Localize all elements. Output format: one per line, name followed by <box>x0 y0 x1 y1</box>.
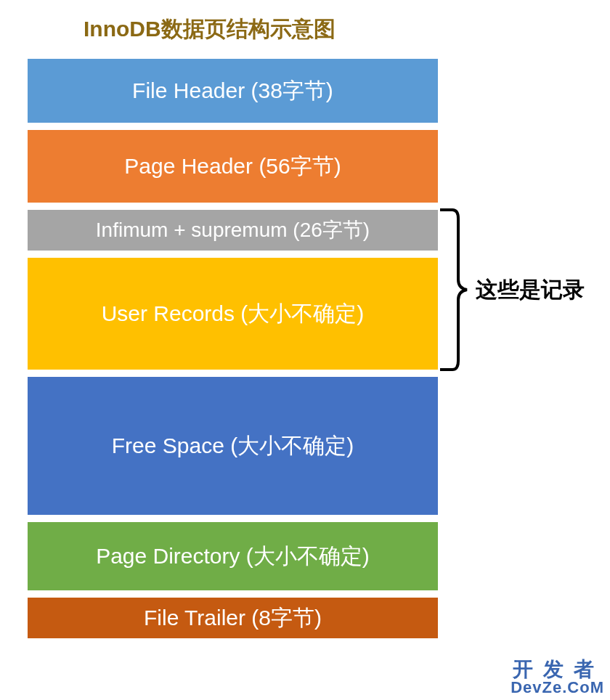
diagram-title: InnoDB数据页结构示意图 <box>0 0 610 59</box>
watermark-line1: 开发者 <box>511 659 604 680</box>
brace-icon <box>439 208 476 371</box>
block-free-space: Free Space (大小不确定) <box>28 377 438 515</box>
block-page-directory: Page Directory (大小不确定) <box>28 522 438 590</box>
watermark: 开发者 DevZe.CoM <box>511 659 604 696</box>
block-user-records: User Records (大小不确定) <box>28 258 438 370</box>
block-file-header: File Header (38字节) <box>28 59 438 123</box>
block-file-trailer: File Trailer (8字节) <box>28 598 438 638</box>
watermark-line2: DevZe.CoM <box>511 680 604 696</box>
block-stack: File Header (38字节) Page Header (56字节) In… <box>28 59 438 638</box>
annotation-label: 这些是记录 <box>476 275 585 305</box>
annotation-area: 这些是记录 <box>438 59 605 638</box>
block-page-header: Page Header (56字节) <box>28 130 438 203</box>
diagram-container: File Header (38字节) Page Header (56字节) In… <box>0 59 610 638</box>
block-infimum-supremum: Infimum + supremum (26字节) <box>28 210 438 251</box>
